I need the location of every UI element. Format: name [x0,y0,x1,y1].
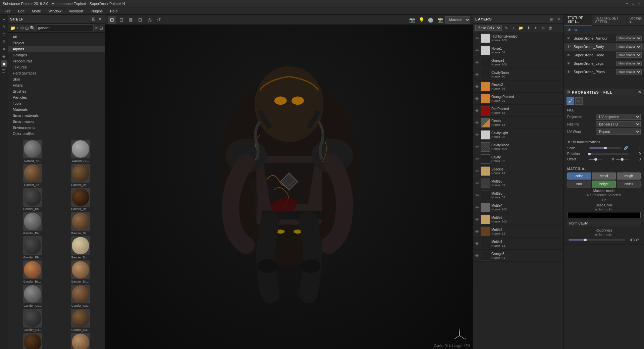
layers-add-fill-icon[interactable]: + [511,25,517,31]
tool-erase[interactable]: ◻ [1,31,7,38]
list-item[interactable]: Gander_Bra... [9,260,56,283]
layers-close-button[interactable]: ✕ [555,16,561,22]
shelf-nav-smart-materials[interactable]: Smart materials [8,112,105,118]
shelf-nav-project[interactable]: Project [8,40,105,46]
list-item[interactable]: Gander_Ar... [57,140,104,162]
list-item[interactable]: Gander_Bar... [57,212,104,235]
menu-mode[interactable]: Mode [29,8,45,14]
viewport-screenshot-icon[interactable]: 📸 [436,16,444,24]
layer-visibility-toggle[interactable]: 👁 [475,60,479,64]
list-item[interactable]: Gander_Ca... [57,285,104,307]
layer-visibility-toggle[interactable]: 👁 [475,97,479,101]
menu-help[interactable]: Help [107,8,121,14]
shelf-nav-skin[interactable]: Skin [8,76,105,82]
ts-shader-select[interactable]: Main shader [616,52,642,58]
shelf-nav-particles[interactable]: Particles [8,94,105,100]
viewport-reset[interactable]: ↺ [155,16,163,24]
table-row[interactable]: 👁 Noise1 Norm▾34 [473,44,564,56]
layers-paint-icon[interactable]: ✎ [503,25,509,31]
table-row[interactable]: 👁 CavityBlood Norm▾100 [473,141,564,153]
layer-visibility-toggle[interactable]: 👁 [475,72,479,77]
offset-slider-y[interactable] [616,159,629,160]
material-emiss-button[interactable]: emiss [617,181,641,188]
list-item[interactable]: 👁 SuperDrone_Body Main shader [564,43,644,51]
uv-transform-toggle[interactable]: ▼ UV transformations [567,140,641,144]
shelf-nav-tools[interactable]: Tools [8,100,105,106]
list-item[interactable]: Gander_Bar... [9,188,56,211]
layer-visibility-toggle[interactable]: 👁 [475,109,479,113]
base-color-swatch[interactable] [567,212,641,218]
ts-shader-select[interactable]: Main shader [616,36,642,41]
table-row[interactable]: 👁 RedPainted Norm▾15 [473,105,564,117]
viewport-mode-3d[interactable]: ⊞ [108,16,116,24]
tool-layers[interactable]: ☰ [1,68,7,74]
layers-export-icon[interactable]: ⬆ [533,25,539,31]
material-dropdown[interactable]: Material [445,16,470,23]
list-item[interactable]: 👁 SuperDrone_Head Main shader [564,51,644,59]
list-item[interactable]: Gander_Ca... [57,309,104,332]
layer-visibility-toggle[interactable]: 👁 [475,205,479,209]
shelf-close-button[interactable]: ✕ [97,16,103,22]
menu-window[interactable]: Window [45,8,65,14]
list-item[interactable]: Gander_Bone [57,236,104,259]
table-row[interactable]: 👁 OrangePainted Norm▾91 [473,93,564,105]
table-row[interactable]: 👁 Mottle5 Norm▾39 [473,189,564,201]
list-item[interactable]: Gander_Ca... [9,309,56,332]
roughness-eyedropper-icon[interactable]: ⟳ [636,238,639,242]
table-row[interactable]: 👁 Cavity Norm▾32 [473,153,564,165]
ts-shader-select[interactable]: Main shader [616,61,642,66]
settings-dropdown-button[interactable]: Settings ▾ [627,15,644,25]
shelf-filter-icon[interactable]: ⊟ [25,26,29,31]
shelf-nav-all[interactable]: All [8,34,105,40]
layer-visibility-toggle[interactable]: 👁 [475,48,479,52]
layer-visibility-toggle[interactable]: 👁 [475,36,479,40]
table-row[interactable]: 👁 CavityLight Norm▾28 [473,129,564,141]
shelf-nav-procedurals[interactable]: Procedurals [8,58,105,64]
viewport-light-icon[interactable]: 💡 [417,16,425,24]
layer-visibility-toggle[interactable]: 👁 [475,193,479,197]
projection-select[interactable]: UV projection [596,114,641,120]
uv-wrap-select[interactable]: Repeat [596,129,641,135]
table-row[interactable]: 👁 Flecks Norm▾14 [473,117,564,129]
shelf-dock-button[interactable]: ⊞ [91,16,97,22]
table-row[interactable]: 👁 Mottle3 Norm▾100 [473,213,564,226]
viewport[interactable]: ⊞ ⊟ ⊠ ⊡ ◎ ↺ 📷 💡 ⬤ 📸 Material [105,15,473,349]
layer-visibility-toggle[interactable]: 👁 [475,121,479,125]
tool-uvs[interactable]: ⋮ [1,75,7,82]
ts-settings-icon[interactable]: ⚙ [573,27,579,33]
table-row[interactable]: 👁 HighlightsPainted Norm▾100 [473,32,564,44]
table-row[interactable]: 👁 Mottle2 Norm▾13 [473,226,564,238]
table-row[interactable]: 👁 Mottle1 Norm▾13 [473,238,564,250]
material-nrm-button[interactable]: nrm [567,181,591,188]
shelf-nav-filters[interactable]: Filters [8,82,105,88]
tool-fill[interactable]: ◈ [1,53,7,60]
rotation-slider[interactable] [589,153,629,155]
list-item[interactable]: Gander_Ca... [9,285,56,307]
menu-plugins[interactable]: Plugins [87,8,106,14]
list-item[interactable]: Gander_Ar... [9,140,56,162]
shelf-add-icon[interactable]: + [16,26,19,31]
list-item[interactable]: Gander_Bar... [57,164,104,187]
layer-visibility-toggle[interactable]: 👁 [475,145,479,149]
table-row[interactable]: 👁 Grunge1 Norm▾100 [473,56,564,68]
list-item[interactable]: Gander_Bra... [57,260,104,283]
close-button[interactable]: ✕ [637,1,641,6]
tool-select[interactable]: ✦ [1,16,7,23]
layer-visibility-toggle[interactable]: 👁 [475,133,479,137]
shelf-search-input[interactable] [36,24,94,31]
ts-visibility-icon[interactable]: 👁 [566,27,572,33]
shelf-folder-icon[interactable]: 📁 [10,26,15,31]
list-item[interactable]: Gander_Ca... [9,333,56,349]
list-item[interactable]: Gander_Bar... [9,212,56,235]
list-item[interactable]: Gander_Bla... [9,236,56,259]
layers-blend-mode-select[interactable]: Base Col ▾ [475,25,502,31]
shelf-nav-brushes[interactable]: Brushes [8,88,105,94]
list-item[interactable]: Gander_Ca... [57,333,104,349]
material-color-button[interactable]: color [567,172,591,180]
tool-smudge[interactable]: ⊕ [1,38,7,45]
list-item[interactable]: 👁 SuperDrone_Armour Main shader [564,34,644,43]
ts-shader-select[interactable]: Main shader [616,69,642,74]
tab-texture-set-settings[interactable]: TEXTURE SET SETTIN... [592,15,627,25]
shelf-nav-hard-surfaces[interactable]: Hard Surfaces [8,70,105,76]
tab-texture-set-list[interactable]: TEXTURE SET L... [564,15,592,26]
